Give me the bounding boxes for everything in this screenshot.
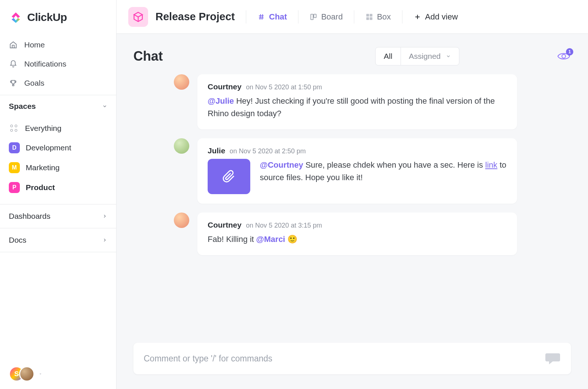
space-everything-label: Everything [25, 124, 61, 133]
user-avatar-stack[interactable]: S [9, 366, 35, 382]
tab-chat[interactable]: Chat [257, 12, 287, 22]
comment-icon[interactable] [545, 352, 561, 365]
mention[interactable]: @Julie [208, 96, 234, 106]
svg-rect-0 [311, 14, 313, 19]
brand-name: ClickUp [27, 11, 67, 24]
mention[interactable]: @Marci [256, 235, 285, 244]
nav-home[interactable]: Home [0, 35, 116, 54]
svg-rect-5 [370, 17, 372, 19]
message-body: Fab! Killing it @Marci 🙂 [208, 233, 507, 246]
filter-assigned[interactable]: Assigned [401, 47, 459, 65]
section-dashboards-label: Dashboards [9, 212, 50, 221]
composer-input[interactable] [144, 354, 539, 364]
project-icon[interactable] [128, 7, 148, 27]
link[interactable]: link [485, 160, 497, 169]
watchers-button[interactable]: 1 [556, 50, 571, 62]
section-dashboards[interactable]: Dashboards [0, 204, 116, 228]
paperclip-icon [222, 170, 236, 183]
clickup-logo-icon [9, 10, 23, 24]
everything-icon [9, 123, 19, 133]
svg-rect-1 [314, 14, 316, 17]
nav-home-label: Home [24, 40, 45, 49]
space-product[interactable]: P Product [0, 178, 116, 197]
space-development[interactable]: D Development [0, 138, 116, 158]
sidebar-footer: S [0, 359, 116, 389]
section-docs[interactable]: Docs [0, 228, 116, 252]
messages-list: Courtney on Nov 5 2020 at 1:50 pm @Julie… [116, 71, 588, 255]
message-bubble[interactable]: Courtney on Nov 5 2020 at 1:50 pm @Julie… [197, 74, 517, 129]
caret-down-icon[interactable] [38, 372, 43, 376]
chevron-right-icon [102, 214, 107, 219]
watchers-count-badge: 1 [566, 48, 573, 56]
topbar: Release Project Chat Board Box [116, 0, 588, 34]
user-avatar-photo [19, 366, 35, 382]
tab-board-label: Board [321, 12, 343, 22]
space-marketing[interactable]: M Marketing [0, 158, 116, 178]
attachment-box[interactable] [208, 159, 250, 194]
project-title: Release Project [155, 11, 235, 23]
trophy-icon [9, 79, 18, 88]
space-badge-p: P [9, 182, 20, 193]
space-development-label: Development [26, 143, 71, 152]
tab-chat-label: Chat [269, 12, 287, 22]
spaces-header[interactable]: Spaces [0, 95, 116, 117]
chevron-down-icon [446, 54, 451, 59]
emoji-smile: 🙂 [287, 235, 297, 244]
message-text: Hey! Just checking if you're still good … [208, 96, 495, 118]
filter-assigned-label: Assigned [409, 52, 441, 61]
message-row: Courtney on Nov 5 2020 at 1:50 pm @Julie… [133, 74, 571, 129]
grid-icon [365, 13, 373, 21]
message-time: on Nov 5 2020 at 2:50 pm [230, 147, 306, 155]
divider [298, 10, 298, 24]
content: Chat All Assigned 1 [116, 34, 588, 389]
divider [402, 10, 402, 24]
brand-logo[interactable]: ClickUp [0, 0, 116, 33]
divider [246, 10, 246, 24]
nav-notifications-label: Notifications [24, 60, 66, 68]
board-icon [309, 13, 318, 21]
nav-goals-label: Goals [24, 79, 44, 88]
avatar-julie[interactable] [174, 138, 189, 154]
composer-wrap [116, 335, 588, 389]
avatar-courtney[interactable] [174, 74, 189, 90]
space-product-label: Product [26, 183, 55, 192]
filter-all[interactable]: All [376, 47, 400, 65]
filter-group: All Assigned [375, 47, 459, 65]
message-text: Sure, please chdek when you have a sec. … [303, 160, 485, 169]
svg-rect-2 [366, 14, 369, 16]
avatar-courtney[interactable] [174, 213, 189, 228]
composer[interactable] [133, 343, 571, 374]
content-head: Chat All Assigned 1 [116, 34, 588, 71]
nav-goals[interactable]: Goals [0, 74, 116, 93]
home-icon [9, 40, 18, 49]
svg-rect-4 [366, 17, 369, 19]
message-author: Courtney [208, 221, 241, 229]
message-text: Fab! Killing it [208, 235, 256, 244]
add-view-button[interactable]: Add view [413, 12, 458, 22]
chevron-right-icon [102, 238, 107, 243]
plus-icon [413, 13, 422, 21]
message-author: Julie [208, 146, 225, 155]
nav-notifications[interactable]: Notifications [0, 54, 116, 74]
message-bubble[interactable]: Julie on Nov 5 2020 at 2:50 pm @Courtney… [197, 138, 517, 204]
tab-box-label: Box [377, 12, 391, 22]
divider [354, 10, 354, 24]
tab-board[interactable]: Board [309, 12, 343, 22]
mention[interactable]: @Courtney [260, 160, 303, 169]
space-badge-m: M [9, 162, 20, 173]
space-marketing-label: Marketing [26, 163, 60, 172]
spaces-header-label: Spaces [9, 102, 36, 111]
message-bubble[interactable]: Courtney on Nov 5 2020 at 3:15 pm Fab! K… [197, 213, 517, 255]
primary-nav: Home Notifications Goals [0, 33, 116, 95]
sidebar: ClickUp Home Notifications Goals [0, 0, 116, 389]
message-time: on Nov 5 2020 at 3:15 pm [246, 222, 322, 229]
message-author: Courtney [208, 82, 241, 91]
tab-box[interactable]: Box [365, 12, 391, 22]
chevron-down-icon [102, 104, 107, 109]
message-body: @Courtney Sure, please chdek when you ha… [260, 159, 507, 184]
message-row: Julie on Nov 5 2020 at 2:50 pm @Courtney… [133, 138, 571, 204]
message-time: on Nov 5 2020 at 1:50 pm [246, 83, 322, 91]
message-row: Courtney on Nov 5 2020 at 3:15 pm Fab! K… [133, 213, 571, 255]
space-everything[interactable]: Everything [0, 119, 116, 138]
space-badge-d: D [9, 142, 20, 153]
